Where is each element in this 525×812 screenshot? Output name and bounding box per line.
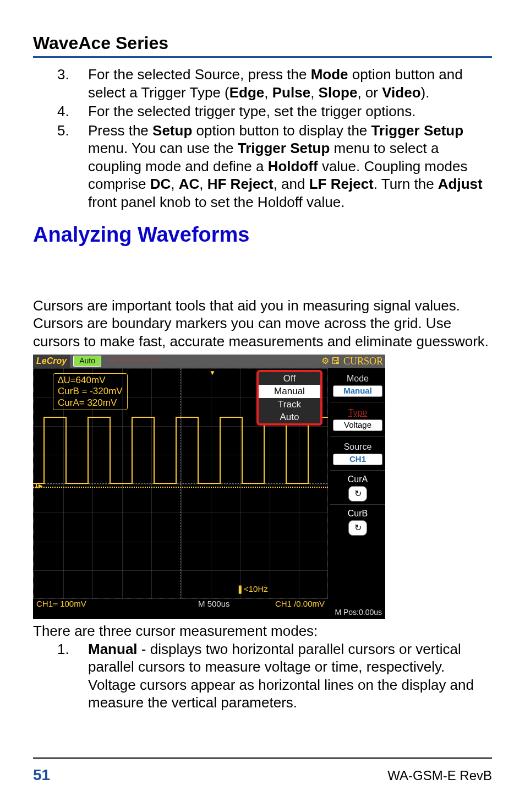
- cursor-a-value: CurA= 320mV: [58, 397, 123, 408]
- step-text: For the selected Source, press the Mode …: [88, 66, 463, 101]
- side-cura-label: CurA: [348, 474, 368, 485]
- side-source[interactable]: Source CH1: [330, 436, 385, 470]
- cursor-line: [33, 487, 328, 488]
- status-icons: ⚙ 🖫: [321, 356, 340, 367]
- modes-list: 1. Manual - displays two horizontal para…: [57, 640, 492, 712]
- step-text: For the selected trigger type, set the t…: [88, 103, 415, 119]
- m-position: M Pos:0.00us: [335, 608, 382, 618]
- ch1-level: CH1 /0.00mV: [275, 599, 325, 609]
- side-type-value: Voltage: [333, 419, 382, 431]
- mode-option-track[interactable]: Track: [259, 398, 320, 411]
- mode-dropdown[interactable]: Off Manual Track Auto: [256, 370, 322, 426]
- section-heading: Analyzing Waveforms: [33, 222, 492, 248]
- step-3: 3. For the selected Source, press the Mo…: [57, 66, 492, 101]
- side-cura[interactable]: CurA ↻: [330, 470, 385, 504]
- mode-number: 1.: [57, 640, 79, 658]
- waveform-icon: 〰〰〰〰〰〰〰〰: [107, 356, 160, 366]
- side-menu: Mode Manual Type Voltage Source CH1 CurA…: [330, 368, 385, 608]
- mode-manual: 1. Manual - displays two horizontal para…: [57, 640, 492, 712]
- side-type[interactable]: Type Voltage: [330, 402, 385, 436]
- intro-paragraph: Cursors are important tools that aid you…: [33, 297, 492, 351]
- timebase: M 500us: [198, 599, 230, 609]
- side-curb[interactable]: CurB ↻: [330, 504, 385, 538]
- step-text: Press the Setup option button to display…: [88, 122, 483, 210]
- measurement-readout: ∆U=640mV CurB = -320mV CurA= 320mV: [53, 373, 128, 410]
- mode-option-auto[interactable]: Auto: [259, 411, 320, 423]
- side-type-label: Type: [348, 407, 368, 418]
- trigger-mode-badge: Auto: [73, 356, 101, 367]
- step-number: 3.: [57, 66, 79, 84]
- page-number: 51: [33, 765, 50, 784]
- ch1-scale: CH1⎓ 100mV: [36, 599, 86, 609]
- modes-intro: There are three cursor measurement modes…: [33, 622, 492, 640]
- side-source-value: CH1: [333, 454, 382, 465]
- step-number: 5.: [57, 122, 79, 140]
- side-mode[interactable]: Mode Manual: [330, 368, 385, 402]
- side-source-label: Source: [344, 442, 372, 453]
- side-mode-label: Mode: [347, 373, 369, 384]
- step-5: 5. Press the Setup option button to disp…: [57, 122, 492, 211]
- mode-text: Manual - displays two horizontal paralle…: [88, 641, 474, 711]
- step-list: 3. For the selected Source, press the Mo…: [57, 66, 492, 211]
- menu-title: CURSOR: [343, 355, 383, 368]
- series-title: WaveAce Series: [33, 32, 492, 58]
- side-mode-value: Manual: [333, 385, 382, 397]
- scope-topbar: LeCroy Auto 〰〰〰〰〰〰〰〰 ⚙ 🖫 CURSOR: [33, 355, 385, 368]
- side-curb-label: CurB: [348, 508, 368, 519]
- step-4: 4. For the selected trigger type, set th…: [57, 102, 492, 121]
- doc-revision: WA-GSM-E RevB: [387, 767, 492, 784]
- mode-option-off[interactable]: Off: [259, 372, 320, 385]
- knob-icon: ↻: [348, 486, 367, 502]
- step-number: 4.: [57, 102, 79, 121]
- trigger-marker-icon: ▼: [209, 369, 216, 377]
- frequency-readout: ❚<10Hz: [237, 584, 268, 595]
- cursor-b-value: CurB = -320mV: [58, 386, 123, 397]
- page-footer: 51 WA-GSM-E RevB: [33, 757, 492, 784]
- knob-icon: ↻: [348, 520, 367, 536]
- mode-option-manual[interactable]: Manual: [259, 385, 320, 397]
- brand-label: LeCroy: [33, 355, 70, 368]
- oscilloscope-screenshot: LeCroy Auto 〰〰〰〰〰〰〰〰 ⚙ 🖫 CURSOR ▼ 1▸ ∆U=…: [33, 355, 385, 619]
- delta-u: ∆U=640mV: [58, 375, 123, 386]
- channel-marker: 1▸: [34, 481, 42, 491]
- scope-statusbar: CH1⎓ 100mV M 500us CH1 /0.00mV M Pos:0.0…: [33, 599, 385, 619]
